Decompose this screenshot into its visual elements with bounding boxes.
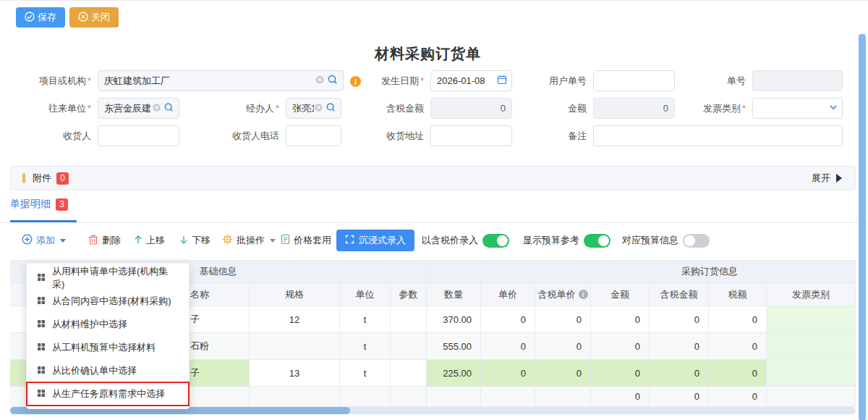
gear-icon [222,234,233,247]
cell-invoice[interactable] [767,387,856,407]
cell-tax[interactable]: 0 [709,387,767,407]
arrow-up-icon [134,235,142,247]
cell-invoice[interactable] [767,333,856,360]
toggle-budget-reference: 显示预算参考 [523,227,610,253]
agent-input[interactable]: 张亮1 [286,98,341,119]
menu-item-3[interactable]: 从工料机预算中选择材料 [27,336,189,359]
toggle-budget-info: 对应预算信息 [622,227,710,253]
field-invoice-type: 发票类别 [687,98,843,119]
cell-amount[interactable]: 0 [591,333,650,360]
detail-tab-label: 单据明细 [10,198,51,211]
cell-tax_price[interactable]: 0 [535,333,591,360]
cell-price[interactable]: 0 [481,306,535,333]
price-apply-button[interactable]: 价格套用 [281,227,331,253]
info-icon[interactable]: i [350,76,361,87]
cell-tax_price[interactable] [535,387,591,407]
vertical-scrollbar[interactable] [859,34,866,420]
cell-param[interactable] [391,387,427,407]
cell-price[interactable] [481,387,535,407]
header-cell-tax_price: 含税单价i [535,283,591,306]
cell-tax_amount[interactable]: 0 [650,360,709,387]
header-cell-tax_amount: 含税金额 [650,283,709,306]
cell-unit[interactable] [340,387,391,407]
calendar-icon[interactable] [497,75,507,87]
project-input[interactable]: 庆虹建筑加工厂 [98,70,344,91]
cell-unit[interactable]: t [340,333,391,360]
cell-unit[interactable]: t [340,306,391,333]
cell-price[interactable]: 0 [481,333,535,360]
menu-item-5[interactable]: 从生产任务原料需求中选择 [27,382,189,406]
add-button[interactable]: 添加 [22,227,66,253]
cell-tax[interactable]: 0 [709,333,767,360]
cell-param[interactable] [391,333,427,360]
attachment-bar[interactable]: 附件 0 展开 [10,166,856,190]
cell-qty[interactable]: 370.00 [427,306,481,333]
cell-price[interactable]: 0 [481,360,535,387]
cell-invoice[interactable] [767,360,856,387]
batch-ops-button[interactable]: 批操作 [222,227,276,253]
tax-price-entry-switch[interactable] [482,234,509,248]
tax-amount-label: 含税金额 [362,102,430,115]
expand-button[interactable]: 展开 [812,172,842,185]
cell-param[interactable] [391,360,427,387]
cell-tax[interactable]: 0 [709,360,767,387]
cell-amount[interactable]: 0 [591,387,650,407]
chevron-down-icon [829,103,838,114]
close-button[interactable]: 关闭 [69,7,119,28]
delete-button[interactable]: 删除 [88,227,121,253]
cell-tax_amount[interactable]: 0 [650,387,709,407]
clear-icon[interactable] [314,103,323,114]
purchase-order-page: 保存 关闭 材料采购订货单 项目或机构 庆虹建筑加工厂 i 发生日期 2026-… [0,0,868,420]
budget-reference-switch[interactable] [584,234,610,248]
supplier-input[interactable]: 东营金辰建 [98,98,179,119]
cell-spec[interactable]: 13 [250,360,340,387]
save-button[interactable]: 保存 [16,7,65,28]
menu-item-2[interactable]: 从材料维护中选择 [27,313,189,336]
fullscreen-brackets-icon [345,235,354,246]
cell-qty[interactable]: 225.00 [427,360,481,387]
clear-icon[interactable] [152,103,161,114]
cell-qty[interactable] [427,387,481,407]
arrow-down-icon [179,235,188,247]
header-cell-price: 单价 [481,283,535,306]
cell-tax_price[interactable]: 0 [535,306,591,333]
header-cell-qty: 数量 [427,283,481,306]
cell-spec[interactable] [250,333,340,360]
date-input[interactable]: 2026-01-08 [430,70,512,91]
menu-item-0[interactable]: 从用料申请单中选择(机构集采) [27,266,189,290]
search-icon[interactable] [163,102,174,115]
cell-unit[interactable]: t [340,360,391,387]
menu-item-1[interactable]: 从合同内容中选择(材料采购) [27,290,189,313]
cell-spec[interactable]: 12 [250,306,340,333]
remark-input[interactable] [593,125,843,146]
cell-tax[interactable]: 0 [709,306,767,333]
cell-tax_amount[interactable]: 0 [650,333,709,360]
user-no-input[interactable] [593,70,675,91]
cell-invoice[interactable] [767,306,856,333]
receiver-input[interactable] [98,125,179,146]
receiver-phone-input[interactable] [286,125,341,146]
address-input[interactable] [430,125,512,146]
doc-no-input [752,70,843,91]
cell-amount[interactable]: 0 [591,360,650,387]
field-supplier: 往来单位 东营金辰建 [29,98,179,119]
cell-spec[interactable] [250,387,340,407]
cell-tax_price[interactable]: 0 [535,360,591,387]
clear-icon[interactable] [315,75,325,87]
cell-param[interactable] [391,306,427,333]
search-icon[interactable] [327,74,339,88]
info-icon[interactable]: i [579,290,588,299]
tab-detail[interactable]: 单据明细 3 [10,198,68,211]
cell-tax_amount[interactable]: 0 [650,306,709,333]
cell-qty[interactable]: 555.00 [427,333,481,360]
search-icon[interactable] [326,102,336,115]
menu-item-4[interactable]: 从比价确认单中选择 [27,359,189,382]
move-up-button[interactable]: 上移 [134,227,165,253]
invoice-type-select[interactable] [752,98,843,119]
move-down-button[interactable]: 下移 [179,227,210,253]
cell-amount[interactable]: 0 [591,306,650,333]
budget-info-switch[interactable] [683,234,710,248]
amount-input: 0 [593,98,675,119]
immersive-entry-button[interactable]: 沉浸式录入 [336,230,414,251]
field-tax-amount: 含税金额 0 [362,98,512,119]
